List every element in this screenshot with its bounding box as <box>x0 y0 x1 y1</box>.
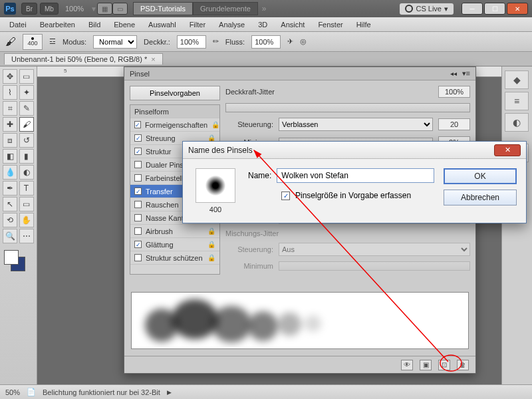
heal-tool[interactable]: ✚ <box>3 117 17 132</box>
brush-presets-button[interactable]: Pinselvorgaben <box>130 86 220 100</box>
list-glaettung[interactable]: ✓Glättung🔒 <box>130 238 219 251</box>
steuerung-value[interactable]: 20 <box>438 118 470 130</box>
status-zoom[interactable]: 50% <box>5 388 20 396</box>
blur-tool[interactable]: 💧 <box>3 165 17 180</box>
ps-logo-icon: Ps <box>4 3 16 15</box>
list-formeigenschaften[interactable]: ✓Formeigenschaften🔒 <box>130 118 219 132</box>
app-titlebar: Ps Br Mb 100% ▼ ▦ ▭ PSD-Tutorials Grunde… <box>0 0 532 17</box>
brush-preset-picker[interactable]: 400 <box>23 34 43 50</box>
list-pinselform[interactable]: Pinselform <box>130 105 219 118</box>
menu-fenster[interactable]: Fenster <box>313 19 348 30</box>
capture-size-label: Pinselgröße in Vorgabe erfassen <box>295 191 411 200</box>
deckkraft-input[interactable]: 100% <box>177 35 206 49</box>
gradient-tool[interactable]: ▮ <box>19 149 34 164</box>
list-airbrush[interactable]: Airbrush🔒 <box>130 225 219 238</box>
workspace-tab-inactive[interactable]: Grundelemente <box>193 2 258 15</box>
view-grid-icon[interactable]: ▦ <box>97 3 112 15</box>
color-wells[interactable] <box>3 250 34 277</box>
lasso-tool[interactable]: ⌇ <box>3 85 17 100</box>
bridge-chip[interactable]: Br <box>21 3 37 15</box>
menu-ansicht[interactable]: Ansicht <box>275 19 310 30</box>
more-workspaces-icon[interactable]: » <box>262 4 267 13</box>
options-bar: 🖌 400 ☲ Modus: Normal Deckkr.: 100% ✏ Fl… <box>0 32 532 52</box>
minimize-button[interactable]: ─ <box>462 3 483 15</box>
deckkraft-jitter-slider[interactable] <box>225 103 470 112</box>
title-zoom[interactable]: 100% <box>65 5 84 13</box>
deckkraft-jitter-value[interactable]: 100% <box>438 86 470 98</box>
eyedropper-tool[interactable]: ✎ <box>19 101 34 116</box>
dodge-tool[interactable]: ◐ <box>19 165 34 180</box>
menu-filter[interactable]: Filter <box>184 19 211 30</box>
extra-tool[interactable]: ⋯ <box>19 229 34 243</box>
toggle-preview-icon[interactable]: 👁 <box>401 360 413 370</box>
workspace-tab-active[interactable]: PSD-Tutorials <box>133 2 193 15</box>
brush-size-label: 400 <box>209 205 221 213</box>
stamp-tool[interactable]: ⧈ <box>3 133 17 148</box>
status-doc-icon: 📄 <box>27 388 36 396</box>
menu-auswahl[interactable]: Auswahl <box>143 19 182 30</box>
capture-size-checkbox[interactable]: ✓ <box>281 192 290 200</box>
type-tool[interactable]: T <box>19 181 34 196</box>
brush-tool[interactable]: 🖌 <box>19 117 34 132</box>
view-mode-icon[interactable]: ▭ <box>112 3 128 15</box>
foreground-color[interactable] <box>4 250 19 265</box>
zoom-tool[interactable]: 🔍 <box>3 229 17 243</box>
shape-tool[interactable]: ▭ <box>19 197 34 211</box>
adjust-icon[interactable]: ◐ <box>505 113 529 132</box>
crop-tool[interactable]: ⌗ <box>3 101 17 116</box>
fluss-label: Fluss: <box>225 38 245 46</box>
tablet-opacity-icon[interactable]: ✏ <box>213 37 219 46</box>
menu-ebene[interactable]: Ebene <box>108 19 140 30</box>
cslive-button[interactable]: CS Live ▾ <box>400 3 454 15</box>
tablet-size-icon[interactable]: ◎ <box>300 37 307 46</box>
fluss-input[interactable]: 100% <box>251 35 281 49</box>
menu-hilfe[interactable]: Hilfe <box>351 19 376 30</box>
brush-panel-title: Pinsel <box>130 70 150 78</box>
new-preset-icon[interactable]: ▣ <box>420 360 432 370</box>
airbrush-icon[interactable]: ✈ <box>287 37 293 46</box>
steuerung-select[interactable]: Verblassen <box>279 118 433 131</box>
lock-icon[interactable]: 🔒 <box>207 254 215 261</box>
document-tabs: Unbenannt-1 bei 50% (Ebene 0, RGB/8) * × <box>0 52 532 66</box>
brush-name-input[interactable] <box>277 168 434 183</box>
marquee-tool[interactable]: ▭ <box>19 69 34 84</box>
hand-tool[interactable]: ✋ <box>19 213 34 227</box>
menu-3d[interactable]: 3D <box>253 19 273 30</box>
swatches-icon[interactable]: ◆ <box>505 70 529 89</box>
statusbar: 50% 📄 Belichtung funktioniert nur bei 32… <box>0 384 532 399</box>
move-tool[interactable]: ✥ <box>3 69 17 84</box>
trash-icon[interactable]: 🗑 <box>457 360 469 370</box>
minibridge-chip[interactable]: Mb <box>40 3 59 15</box>
lock-icon[interactable]: 🔒 <box>207 241 215 248</box>
right-rail: ◆ ≡ ◐ ▤ <box>501 66 532 384</box>
menu-analyse[interactable]: Analyse <box>213 19 250 30</box>
menu-datei[interactable]: Datei <box>4 19 32 30</box>
lock-icon[interactable]: 🔒 <box>207 227 215 235</box>
styles-icon[interactable]: ≡ <box>505 92 529 110</box>
dialog-close-button[interactable]: ✕ <box>494 144 521 156</box>
maximize-button[interactable]: ☐ <box>484 3 505 15</box>
menu-bild[interactable]: Bild <box>83 19 106 30</box>
brush-name-dialog: Name des Pinsels ✕ 400 Name: ✓ Pinselgrö… <box>182 141 527 223</box>
panel-collapse-icon[interactable]: ◂◂ <box>450 70 457 77</box>
history-brush-tool[interactable]: ↺ <box>19 133 34 148</box>
close-doc-icon[interactable]: × <box>151 55 155 63</box>
brush-panel-toggle-icon[interactable]: ☲ <box>49 37 56 46</box>
create-brush-icon[interactable]: ⊡ <box>438 360 450 370</box>
cancel-button[interactable]: Abbrechen <box>444 190 517 205</box>
path-tool[interactable]: ↖ <box>3 197 17 211</box>
brush-thumbnail <box>196 168 235 203</box>
modus-select[interactable]: Normal <box>93 35 137 49</box>
panel-menu-icon[interactable]: ▾≡ <box>462 69 470 78</box>
document-tab[interactable]: Unbenannt-1 bei 50% (Ebene 0, RGB/8) * × <box>4 53 163 65</box>
pen-tool[interactable]: ✒ <box>3 181 17 196</box>
deckkraft-label: Deckkr.: <box>144 38 170 46</box>
3d-tool[interactable]: ⟲ <box>3 213 17 227</box>
menu-bearbeiten[interactable]: Bearbeiten <box>35 19 80 30</box>
eraser-tool[interactable]: ◧ <box>3 149 17 164</box>
wand-tool[interactable]: ✦ <box>19 85 34 100</box>
ok-button[interactable]: OK <box>444 168 517 184</box>
lock-icon[interactable]: 🔒 <box>211 121 219 128</box>
close-button[interactable]: ✕ <box>507 3 528 15</box>
list-struktur-schuetzen[interactable]: Struktur schützen🔒 <box>130 251 219 265</box>
